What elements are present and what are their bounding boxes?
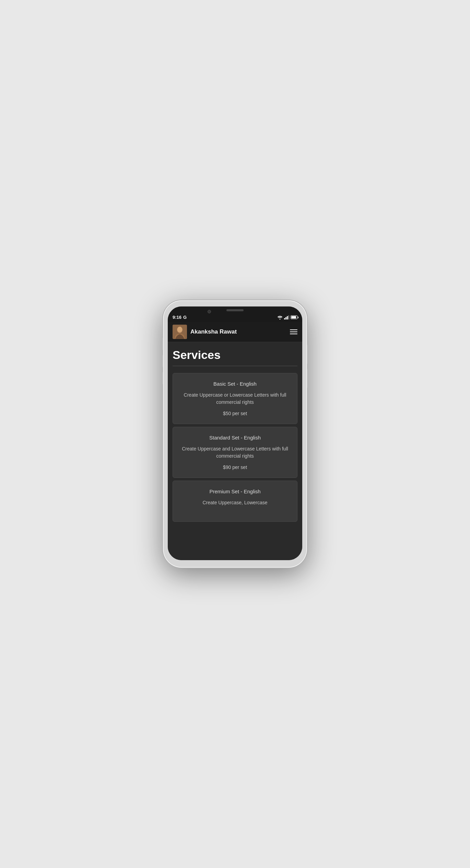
status-right [277,315,297,320]
hamburger-line-2 [290,331,297,332]
phone-screen: 9:16 G [168,306,302,560]
battery-icon [291,315,297,319]
header-left: Akanksha Rawat [173,325,237,339]
hamburger-menu-button[interactable] [290,329,297,334]
avatar-svg [173,325,187,339]
signal-icon [284,315,289,320]
service-price-standard: $90 per set [179,465,291,470]
service-desc-premium: Create Uppercase, Lowercase [179,499,291,506]
service-card-standard[interactable]: Standard Set - English Create Uppercase … [173,427,297,478]
speaker [226,309,244,311]
service-card-premium[interactable]: Premium Set - English Create Uppercase, … [173,481,297,522]
service-title-premium: Premium Set - English [179,489,291,494]
service-card-basic[interactable]: Basic Set - English Create Uppercase or … [173,373,297,424]
camera [208,310,211,313]
title-divider [173,366,297,366]
wifi-icon [277,315,283,320]
service-price-basic: $50 per set [179,411,291,416]
hamburger-line-3 [290,334,297,334]
svg-point-3 [177,327,182,332]
phone-frame: 9:16 G [163,300,307,568]
phone-top-bar [168,306,302,313]
hamburger-line-1 [290,329,297,330]
avatar-image [173,325,187,339]
app-content: Akanksha Rawat Services Basic Set - Engl… [168,322,302,557]
app-header: Akanksha Rawat [168,322,302,342]
status-bar: 9:16 G [168,313,302,322]
phone-bottom [168,557,302,560]
service-desc-standard: Create Uppercase and Lowercase Letters w… [179,445,291,460]
header-username: Akanksha Rawat [190,328,237,335]
status-carrier: G [183,315,187,320]
status-time: 9:16 [173,315,181,320]
service-title-basic: Basic Set - English [179,381,291,387]
avatar [173,325,187,339]
status-left: 9:16 G [173,315,187,320]
page-title: Services [173,348,297,362]
service-title-standard: Standard Set - English [179,435,291,441]
main-content: Services Basic Set - English Create Uppe… [168,342,302,557]
service-desc-basic: Create Uppercase or Lowercase Letters wi… [179,391,291,406]
